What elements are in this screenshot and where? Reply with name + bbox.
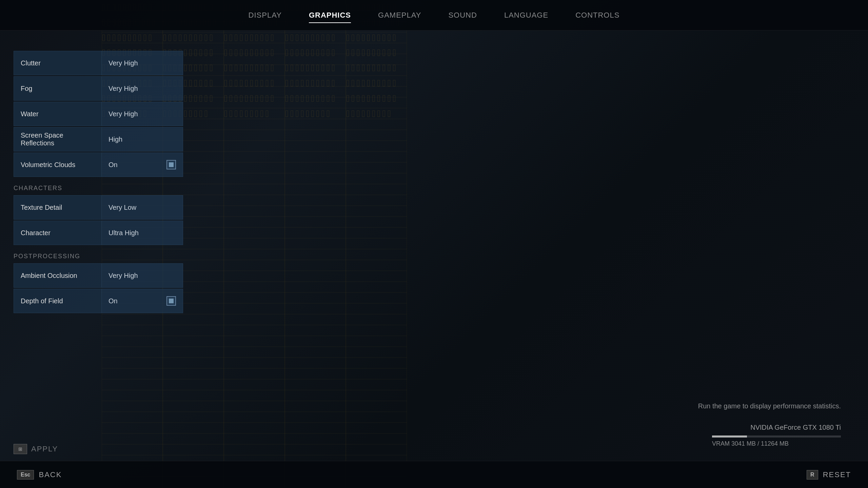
bg-col-3 (224, 0, 285, 488)
nav-item-gameplay[interactable]: Gameplay (378, 8, 421, 22)
reset-action[interactable]: R RESET (807, 470, 851, 480)
bg-col-5 (346, 0, 407, 488)
setting-label-character: Character (14, 221, 102, 245)
nav-item-sound[interactable]: Sound (448, 8, 477, 22)
vram-text: VRAM 3041 MB / 11264 MB (712, 440, 841, 447)
setting-row-screen-space-reflections[interactable]: Screen Space Reflections High (14, 127, 183, 151)
setting-label-texture-detail: Texture Detail (14, 195, 102, 220)
checkbox-checked-indicator (169, 162, 174, 167)
back-key-badge: Esc (17, 470, 34, 480)
vram-bar-container (712, 435, 841, 438)
setting-value-volumetric-clouds: On (102, 152, 183, 177)
setting-value-clutter: Very High (102, 51, 183, 75)
apply-button[interactable]: ⊞ APPLY (14, 444, 58, 454)
bg-col-4 (285, 0, 346, 488)
setting-value-texture-detail: Very Low (102, 195, 183, 220)
settings-list: Clutter Very High Fog Very High Water (14, 30, 183, 313)
setting-row-depth-of-field[interactable]: Depth of Field On (14, 289, 183, 313)
setting-value-ambient-occlusion: Very High (102, 263, 183, 288)
back-label[interactable]: BACK (39, 470, 62, 479)
section-header-postprocessing: POSTPROCESSING (14, 246, 183, 263)
setting-value-depth-of-field: On (102, 289, 183, 313)
setting-value-fog: Very High (102, 76, 183, 101)
setting-row-character[interactable]: Character Ultra High (14, 221, 183, 245)
apply-label[interactable]: APPLY (31, 445, 58, 453)
nav-item-display[interactable]: Display (249, 8, 282, 22)
nav-item-graphics[interactable]: Graphics (309, 8, 351, 22)
checkbox-checked-indicator-2 (169, 299, 174, 303)
setting-label-clutter: Clutter (14, 51, 102, 75)
settings-scroll-area: Clutter Very High Fog Very High Water (14, 30, 183, 437)
gpu-name-text: NVIDIA GeForce GTX 1080 Ti (712, 424, 841, 431)
setting-row-ambient-occlusion[interactable]: Ambient Occlusion Very High (14, 263, 183, 288)
setting-row-volumetric-clouds[interactable]: Volumetric Clouds On (14, 152, 183, 177)
bottom-bar: Esc BACK R RESET (0, 461, 868, 488)
apply-section: ⊞ APPLY (14, 437, 183, 461)
reset-key-badge: R (807, 470, 818, 480)
performance-panel: Run the game to display performance stat… (698, 402, 841, 420)
setting-value-water: Very High (102, 102, 183, 126)
setting-row-fog[interactable]: Fog Very High (14, 76, 183, 101)
setting-label-screen-space-reflections: Screen Space Reflections (14, 127, 102, 151)
setting-label-fog: Fog (14, 76, 102, 101)
performance-stats-text: Run the game to display performance stat… (698, 402, 841, 410)
apply-key-icon: ⊞ (14, 444, 27, 454)
setting-row-clutter[interactable]: Clutter Very High (14, 51, 183, 75)
section-header-characters: CHARACTERS (14, 178, 183, 195)
setting-label-water: Water (14, 102, 102, 126)
nav-item-language[interactable]: Language (504, 8, 548, 22)
gpu-section: NVIDIA GeForce GTX 1080 Ti VRAM 3041 MB … (712, 424, 841, 447)
setting-label-depth-of-field: Depth of Field (14, 289, 102, 313)
top-navigation: Display Graphics Gameplay Sound Language… (0, 0, 868, 30)
setting-label-volumetric-clouds: Volumetric Clouds (14, 152, 102, 177)
setting-value-character: Ultra High (102, 221, 183, 245)
setting-value-screen-space-reflections: High (102, 127, 183, 151)
nav-item-controls[interactable]: Controls (575, 8, 619, 22)
setting-row-water[interactable]: Water Very High (14, 102, 183, 126)
depth-of-field-checkbox[interactable] (166, 296, 176, 306)
reset-label[interactable]: RESET (823, 470, 851, 479)
volumetric-clouds-checkbox[interactable] (166, 160, 176, 169)
setting-row-texture-detail[interactable]: Texture Detail Very Low (14, 195, 183, 220)
setting-label-ambient-occlusion: Ambient Occlusion (14, 263, 102, 288)
settings-panel: Clutter Very High Fog Very High Water (14, 30, 183, 461)
vram-bar-fill (712, 435, 747, 438)
back-action[interactable]: Esc BACK (17, 470, 62, 480)
